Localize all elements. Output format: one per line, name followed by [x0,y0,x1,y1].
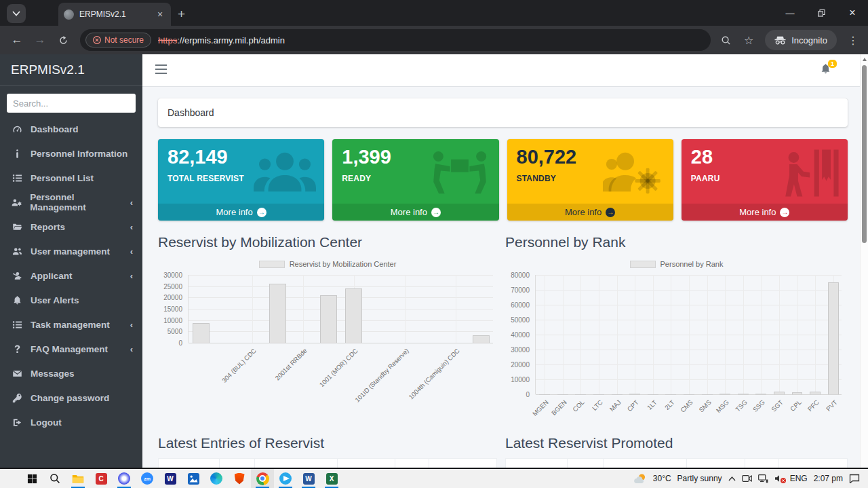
weather-desc[interactable]: Partly sunny [677,474,722,483]
meet-now-icon[interactable] [742,474,752,483]
page-scrollbar[interactable] [860,54,868,468]
sidebar-toggle-button[interactable] [155,64,167,77]
sidebar-item-faq-management[interactable]: FAQ Management‹ [0,337,142,361]
sidebar-item-messages[interactable]: Messages [0,361,142,386]
question-icon [8,344,26,354]
taskbar-app-excel[interactable]: X [320,469,343,488]
gridline [761,275,762,394]
chart-bar [345,288,362,343]
rank-chart[interactable]: Personnel by Rank 0100002000030000400005… [505,259,848,426]
telegram-icon [279,472,292,485]
logout-icon [8,417,26,428]
excel-icon: X [326,473,338,485]
more-info-link[interactable]: More info→ [682,204,848,221]
taskbar-app-start[interactable] [20,469,43,488]
sidebar-item-label: Logout [31,417,62,428]
taskbar-app-app-c[interactable]: C [90,469,113,488]
scrollbar-thumb[interactable] [862,65,867,243]
language-indicator[interactable]: ENG [790,474,808,483]
gridline [456,275,456,343]
chart-bar [193,323,210,343]
gridline [189,343,493,343]
reload-button[interactable] [53,30,73,50]
more-info-link[interactable]: More info→ [332,204,498,221]
gridline [189,331,493,332]
notification-center-icon[interactable] [849,474,860,483]
taskbar-app-gallery[interactable] [182,469,205,488]
sidebar-item-logout[interactable]: Logout [0,410,142,434]
tab-close-icon[interactable]: × [155,9,165,20]
weather-icon[interactable] [633,472,647,485]
taskbar-app-chrome[interactable] [251,469,274,488]
tab-search-button[interactable] [7,4,26,23]
sidebar-item-applicant[interactable]: Applicant‹ [0,263,142,288]
more-info-link[interactable]: More info→ [158,204,324,221]
taskbar-app-explorer[interactable] [66,469,90,488]
sidebar-item-task-management[interactable]: Task management‹ [0,312,142,337]
notifications-button[interactable]: 1 [820,63,831,77]
browser-menu-icon[interactable]: ⋮ [844,31,863,50]
mobilization-chart[interactable]: Reservist by Mobilization Center 0500010… [158,259,497,409]
taskbar-app-search[interactable] [43,469,66,488]
sidebar-item-personnel-information[interactable]: Personnel Information [0,141,142,166]
new-tab-button[interactable]: + [178,7,185,22]
y-axis-tick: 5000 [159,328,182,335]
brand-title[interactable]: ERPMISv2.1 [0,54,142,86]
weather-temp[interactable]: 30°C [653,474,671,483]
not-secure-badge[interactable]: Not secure [85,33,151,48]
chart-bar [539,394,550,395]
more-info-link[interactable]: More info→ [507,204,673,221]
window-minimize-button[interactable]: — [774,0,806,26]
chart-bar [648,394,658,395]
sidebar-item-user-management[interactable]: User management‹ [0,239,142,263]
sidebar-item-label: Dashboard [31,124,79,134]
table-header-cell: Middle [687,459,745,468]
taskbar-app-app-o[interactable] [113,469,136,488]
table-header-cell [506,459,568,468]
sidebar-item-user-alerts[interactable]: User Alerts [0,288,142,312]
address-bar[interactable]: Not secure https://erpmis.army.mil.ph/ad… [80,29,711,51]
sidebar-item-change-password[interactable]: Change password [0,386,142,410]
taskbar-app-brave[interactable] [228,469,251,488]
chart-bar [792,392,803,394]
zoom-icon[interactable] [716,31,735,50]
not-secure-label: Not secure [104,35,144,45]
chart-bar [320,295,337,343]
bookmark-star-icon[interactable]: ☆ [739,31,758,50]
window-restore-button[interactable] [806,0,837,26]
gridline [671,275,671,394]
sidebar-item-label: Personnel Management [30,192,130,212]
url-rest: ://erpmis.army.mil.ph/admin [177,35,285,45]
taskbar-app-app-w-dark[interactable]: W [159,469,182,488]
forward-button[interactable]: → [30,30,50,50]
back-button[interactable]: ← [7,30,27,50]
network-icon[interactable] [758,474,768,483]
chevron-left-icon: ‹ [130,271,133,281]
y-axis-tick: 20000 [506,361,530,369]
tray-expand-chevron[interactable] [728,476,736,481]
taskbar-app-telegram[interactable] [274,469,297,488]
taskbar-app-word[interactable]: W [297,469,320,488]
search-input[interactable] [7,94,136,113]
volume-muted-icon[interactable] [774,474,784,483]
incognito-badge[interactable]: Incognito [765,30,837,50]
window-close-button[interactable]: × [837,0,868,26]
chart-bar [665,394,676,395]
clock[interactable]: 2:07 pm [814,474,843,483]
sidebar-item-personnel-list[interactable]: Personnel List [0,166,142,190]
taskbar-app-edge[interactable] [205,469,228,488]
gridline [303,275,304,343]
chrome-icon [256,472,269,485]
browser-tab[interactable]: ERPMISv2.1 × [58,3,171,26]
chart-bar [702,394,713,395]
gridline [189,297,493,298]
table-header-row: MiddleLast [506,459,847,468]
scrollbar-up-arrow[interactable] [863,58,867,61]
sidebar-item-personnel-management[interactable]: Personnel Management‹ [0,190,142,214]
sidebar-item-reports[interactable]: Reports‹ [0,214,142,239]
taskbar-app-app-zm[interactable]: zm [136,469,159,488]
screen: ERPMISv2.1 × + — × ← → Not secure https:… [0,0,868,488]
breadcrumb: Dashboard [158,98,848,127]
sidebar-item-dashboard[interactable]: Dashboard [0,117,142,141]
gridline [815,275,816,394]
